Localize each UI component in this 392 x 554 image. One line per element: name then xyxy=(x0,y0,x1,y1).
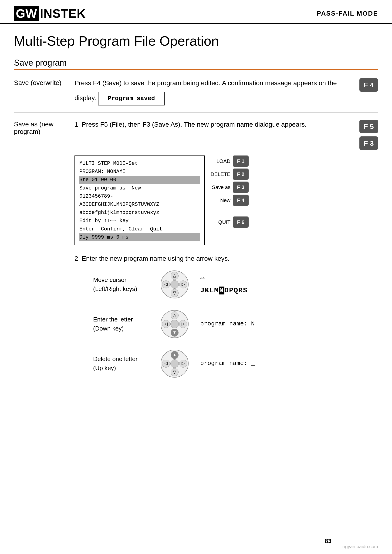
f1-btn: F 1 xyxy=(233,155,249,167)
arrow-row-up: Delete one letter(Up key) ▲ ▽ ◁ ▷ pr xyxy=(93,350,378,378)
program-saved-box: Program saved xyxy=(98,92,165,105)
arrow-row-down: Enter the letter(Down key) △ ▼ ◁ ▷ p xyxy=(93,310,378,338)
up-btn: △ xyxy=(171,272,179,280)
fkey-delete-label: DELETE xyxy=(210,170,231,178)
company-logo: GWINSTEK xyxy=(14,7,86,21)
fkey-saveas-row: Save as F 3 xyxy=(210,182,249,193)
screen-line-9: Enter- Confirm, Clear- Quit xyxy=(79,225,200,233)
program-name-n: program name: N_ xyxy=(200,320,258,327)
screen-line-1: MULTI STEP MODE-Set xyxy=(79,160,200,168)
fkey-delete-row: DELETE F 2 xyxy=(210,168,249,180)
arrow-desc-down: Enter the letter(Down key) xyxy=(93,315,149,333)
down-btn2: ▼ xyxy=(171,329,179,337)
up-btn2: △ xyxy=(171,311,179,319)
screen-line-8: Edit by ↑↓←→ key xyxy=(79,217,200,225)
f3-btn: F 3 xyxy=(233,182,249,193)
f5-key: F 5 xyxy=(359,120,378,133)
f4-key: F 4 xyxy=(359,78,378,92)
fkey-load-row: LOAD F 1 xyxy=(210,155,249,167)
arrow-desc-up: Delete one letter(Up key) xyxy=(93,355,149,373)
arrow-pad-down: △ ▼ ◁ ▷ xyxy=(161,310,189,338)
logo-gw: GW xyxy=(14,6,39,21)
fkey-new-label: New xyxy=(210,196,231,204)
screen-line-2: PROGRAM: NONAME xyxy=(79,168,200,176)
fkey-load-label: LOAD xyxy=(210,157,231,165)
page-number: 83 xyxy=(325,538,331,545)
save-as-row: Save as (newprogram) 1. Press F5 (File),… xyxy=(14,120,378,385)
step1-text: Press F5 (File), then F3 (Save As). The … xyxy=(82,121,307,128)
watermark: jingyan.baidu.com xyxy=(341,544,378,549)
f2-btn: F 2 xyxy=(233,168,249,180)
step2-title: 2. Enter the new program name using the … xyxy=(75,254,378,264)
up-btn3: ▲ xyxy=(171,351,179,359)
save-overwrite-label: Save (overwrite) xyxy=(14,78,75,87)
save-overwrite-fkey: F 4 xyxy=(359,78,378,92)
save-as-label: Save as (newprogram) xyxy=(14,120,75,135)
section-title: Save program xyxy=(14,58,378,70)
fkey-quit-label: QUIT xyxy=(210,218,231,226)
arrow-pad-up: ▲ ▽ ◁ ▷ xyxy=(161,350,189,378)
arrow-desc-lr: Move cursor(Left/Right keys) xyxy=(93,275,149,294)
down-btn: ▽ xyxy=(171,289,179,297)
right-btn2: ▷ xyxy=(179,320,187,328)
save-overwrite-row: Save (overwrite) Press F4 (Save) to save… xyxy=(14,78,378,113)
screen-area: MULTI STEP MODE-Set PROGRAM: NONAME Ste … xyxy=(75,155,378,245)
right-btn3: ▷ xyxy=(179,360,187,368)
save-as-content: 1. Press F5 (File), then F3 (Save As). T… xyxy=(75,120,378,378)
f3-key: F 3 xyxy=(359,136,378,150)
arrow-result-up: program name: _ xyxy=(200,359,255,368)
arrow-pad-lr: △ ▽ ◁ ▷ xyxy=(161,270,189,298)
left-btn: ◁ xyxy=(162,281,170,288)
main-content: Multi-Step Program File Operation Save p… xyxy=(0,24,392,401)
screen-line-7: abcdefghijklmnopqrstuvwxyz xyxy=(79,209,200,217)
arrow-result-lr: ↔ JKLMNOPQRS xyxy=(200,273,248,296)
screen-line-6: ABCDEFGHIJKLMNOPQRSTUVWXYZ xyxy=(79,200,200,209)
right-btn: ▷ xyxy=(179,281,187,288)
screen-line-10: Dly 9999 ms 0 ms xyxy=(79,233,200,241)
page-title: Multi-Step Program File Operation xyxy=(14,33,378,49)
fkey-saveas-label: Save as xyxy=(210,183,231,191)
arrow-row-lr: Move cursor(Left/Right keys) △ ▽ ◁ ▷ xyxy=(93,270,378,298)
screen-display: MULTI STEP MODE-Set PROGRAM: NONAME Ste … xyxy=(75,155,205,245)
step1-number: 1. xyxy=(75,121,82,128)
save-overwrite-content: Press F4 (Save) to save the program bein… xyxy=(75,78,352,105)
mode-label: PASS-FAIL MODE xyxy=(317,10,378,17)
left-btn2: ◁ xyxy=(162,320,170,328)
left-btn3: ◁ xyxy=(162,360,170,368)
step2-area: 2. Enter the new program name using the … xyxy=(75,254,378,378)
fkey-quit-row: QUIT F 6 xyxy=(210,217,249,228)
f4-btn: F 4 xyxy=(233,195,249,206)
arrow-key-rows: Move cursor(Left/Right keys) △ ▽ ◁ ▷ xyxy=(93,270,378,378)
screen-line-5: 0123456789-_ xyxy=(79,192,200,200)
fkey-new-row: New F 4 xyxy=(210,195,249,206)
arrow-result-down: program name: N_ xyxy=(200,319,258,329)
baidu-url: jingyan.baidu.com xyxy=(341,544,378,549)
fkey-panel: LOAD F 1 DELETE F 2 Save as F 3 New F 4 xyxy=(210,155,249,228)
program-name-blank: program name: _ xyxy=(200,360,255,367)
logo-instek: INSTEK xyxy=(40,7,86,20)
f6-btn: F 6 xyxy=(233,217,249,228)
page-header: GWINSTEK PASS-FAIL MODE xyxy=(0,0,392,24)
screen-line-3: Ste 01 00 00 xyxy=(79,176,200,184)
screen-line-4: Save program as: New_ xyxy=(79,184,200,192)
down-btn3: ▽ xyxy=(171,368,179,376)
